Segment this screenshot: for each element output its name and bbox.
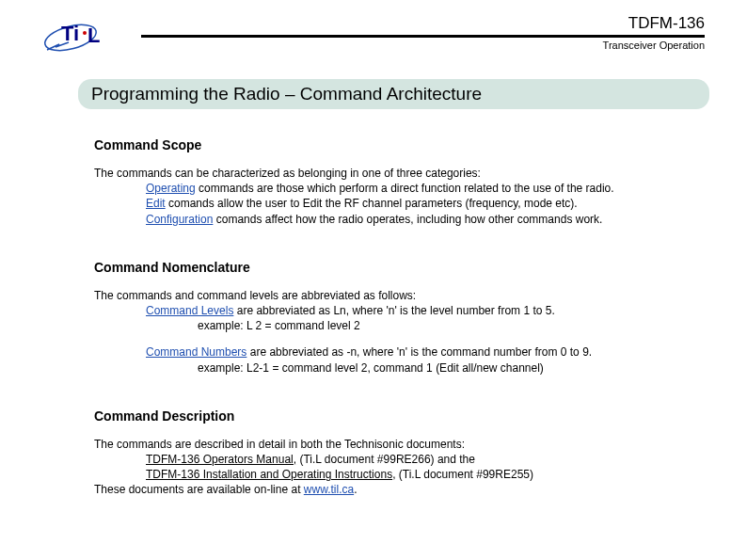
header-subtitle: Transceiver Operation — [38, 40, 705, 51]
svg-text:L: L — [87, 24, 100, 47]
online-note: These documents are available on-line at… — [94, 482, 709, 497]
doc-reference: TDFM-136 Installation and Operating Inst… — [146, 467, 709, 482]
svg-text:Ti: Ti — [61, 22, 79, 45]
document-header: Ti L TDFM-136 Transceiver Operation — [0, 0, 747, 51]
nomenclature-example: example: L2-1 = command level 2, command… — [146, 360, 709, 376]
page-title-bar: Programming the Radio – Command Architec… — [78, 79, 709, 109]
doc-reference: TDFM-136 Operators Manual, (Ti.L documen… — [146, 452, 709, 467]
scope-intro: The commands can be characterized as bel… — [94, 166, 709, 181]
page-title: Programming the Radio – Command Architec… — [91, 84, 482, 104]
svg-point-2 — [83, 31, 87, 35]
section-heading: Command Scope — [94, 137, 709, 152]
nomenclature-numbers: Command Numbers are abbreviated as -n, w… — [146, 344, 709, 360]
nomenclature-example: example: L 2 = command level 2 — [146, 318, 709, 333]
header-rule — [141, 35, 705, 38]
nomenclature-intro: The commands and command levels are abbr… — [94, 288, 709, 303]
section-heading: Command Nomenclature — [94, 260, 709, 275]
document-content: Programming the Radio – Command Architec… — [0, 51, 747, 497]
scope-item: Configuration comands affect how the rad… — [146, 212, 709, 227]
nomenclature-levels: Command Levels are abbreviated as Ln, wh… — [146, 303, 709, 318]
scope-item: Operating commands are those which perfo… — [146, 181, 709, 196]
company-logo: Ti L — [42, 14, 113, 60]
section-command-scope: Command Scope The commands can be charac… — [83, 137, 709, 227]
website-link[interactable]: www.til.ca — [304, 483, 354, 496]
description-intro: The commands are described in detail in … — [94, 437, 709, 452]
section-command-nomenclature: Command Nomenclature The commands and co… — [83, 260, 709, 376]
model-number: TDFM-136 — [38, 14, 705, 33]
section-heading: Command Description — [94, 408, 709, 424]
scope-item: Edit comands allow the user to Edit the … — [146, 196, 709, 211]
section-command-description: Command Description The commands are des… — [83, 408, 709, 498]
